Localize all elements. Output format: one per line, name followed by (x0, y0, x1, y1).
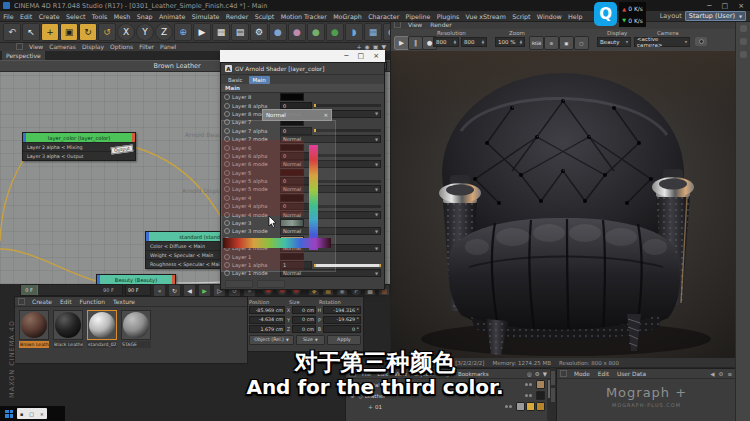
shader-button[interactable] (257, 280, 285, 288)
menu-edit[interactable]: Edit (17, 13, 36, 20)
alpha-slider[interactable] (314, 205, 381, 208)
menu-character[interactable]: Character (365, 13, 402, 20)
zoom-field[interactable]: 100 %▲▼ (495, 37, 525, 47)
menu-animate[interactable]: Animate (156, 13, 189, 20)
select-cursor-icon[interactable]: ↖ (22, 23, 40, 41)
viewport-menu-panel[interactable]: Panel (157, 43, 179, 50)
layout-select[interactable]: Startup (User) ▼ (685, 11, 746, 21)
keyframe-circle-icon[interactable] (224, 170, 230, 176)
material-menu-texture[interactable]: Texture (109, 298, 139, 305)
material-tag-icon[interactable] (536, 402, 545, 411)
keyframe-circle-icon[interactable] (224, 212, 230, 218)
menu-motion-tracker[interactable]: Motion Tracker (278, 13, 330, 20)
keyframe-circle-icon[interactable] (224, 203, 230, 209)
viewport-menu-display[interactable]: Display (79, 43, 107, 50)
keyframe-circle-icon[interactable] (224, 262, 230, 268)
menu-script[interactable]: Script (509, 13, 534, 20)
pick-color-button[interactable]: ⊕ (544, 36, 559, 50)
menu-mograph[interactable]: MoGraph (330, 13, 365, 20)
keyframe-circle-icon[interactable] (224, 119, 230, 125)
axis-z-icon[interactable]: Z (155, 23, 173, 41)
alpha-slider[interactable] (314, 264, 381, 267)
toggle-view-icon[interactable]: ▣ (373, 43, 379, 50)
move-tool-icon[interactable]: + (41, 23, 59, 41)
material-preview[interactable] (53, 310, 83, 340)
qq-logo-icon[interactable]: Q (594, 2, 617, 26)
alpha-value-field[interactable]: 0 (280, 177, 312, 185)
viewport-view-label[interactable]: Perspective (2, 51, 45, 60)
visibility-dots[interactable] (505, 405, 514, 408)
keyframe-circle-icon[interactable] (224, 136, 230, 142)
undo-icon[interactable]: ↶ (3, 23, 21, 41)
keyframe-circle-icon[interactable] (224, 111, 230, 117)
menu-create[interactable]: Create (36, 13, 63, 20)
material-preview[interactable] (87, 310, 117, 340)
axis-y-icon[interactable]: Y (136, 23, 154, 41)
mode-dropdown[interactable]: Normal▼ (280, 160, 381, 168)
camera-select[interactable]: <active camera>▼ (634, 37, 690, 47)
timeline-playhead[interactable]: 0 F (21, 285, 38, 295)
node-layer-color[interactable]: layer_color (layer_color) Layer 2 alpha … (22, 132, 136, 161)
resolution-width-field[interactable]: 800▲▼ (433, 37, 459, 47)
object-name[interactable]: 01 (375, 404, 382, 410)
keyframe-circle-icon[interactable] (224, 161, 230, 167)
viewport-menu-cameras[interactable]: Cameras (46, 43, 79, 50)
mode-dropdown[interactable]: Normal▼ (280, 185, 381, 193)
taskbar-app-button[interactable]: ▪□× (17, 408, 47, 419)
size-field-z[interactable]: 0 cm (292, 325, 316, 333)
color-swatch[interactable] (280, 169, 304, 177)
keyframe-circle-icon[interactable] (224, 254, 230, 260)
paint-material-icon[interactable]: ● (288, 23, 306, 41)
maximize-icon[interactable]: □ (722, 2, 729, 10)
size-field-y[interactable]: 0 cm (292, 316, 316, 324)
viewport-menu-filter[interactable]: Filter (136, 43, 157, 50)
material-tile-stage[interactable]: STAGE (121, 310, 151, 348)
ipr-menu-render[interactable]: Render (426, 21, 455, 28)
keyframe-circle-icon[interactable] (224, 186, 230, 192)
close-icon[interactable]: × (738, 2, 744, 10)
prev-frame-button[interactable]: ◀ (183, 284, 196, 297)
sky-icon[interactable]: ◗ (345, 23, 363, 41)
color-swatch[interactable] (280, 236, 304, 244)
alpha-value-field[interactable]: 1 (280, 261, 312, 269)
material-tag-icon[interactable] (526, 402, 535, 411)
color-swatch[interactable] (280, 93, 304, 101)
color-swatch[interactable] (280, 194, 304, 202)
material-preview[interactable] (19, 310, 49, 340)
render-team-icon[interactable]: ▤ (231, 23, 249, 41)
grip-icon[interactable] (18, 298, 25, 305)
minimize-icon[interactable]: ─ (707, 2, 711, 10)
menu-window[interactable]: Window (534, 13, 565, 20)
mode-dropdown[interactable]: Normal▼ (280, 244, 381, 252)
tooltip-close-icon[interactable]: × (317, 112, 328, 118)
resolution-height-field[interactable]: 800▲▼ (461, 37, 487, 47)
menu-pipeline[interactable]: Pipeline (402, 13, 433, 20)
ipr-menu-view[interactable]: View (404, 21, 426, 28)
keyframe-circle-icon[interactable] (224, 103, 230, 109)
keyframe-circle-icon[interactable] (224, 270, 230, 276)
object-mode-select[interactable]: Object (Rel.)▼ (249, 335, 294, 345)
keyframe-circle-icon[interactable] (224, 153, 230, 159)
new-material-icon[interactable]: ● (269, 23, 287, 41)
node-beauty[interactable]: Beauty (Beauty) Input < Mt.Output (96, 274, 176, 284)
loop-button[interactable]: ↻ (168, 284, 181, 297)
menu-file[interactable]: File (0, 13, 17, 20)
grip-icon[interactable] (394, 21, 401, 28)
alpha-value-field[interactable]: 0 (280, 203, 312, 211)
environment-icon[interactable]: ● (326, 23, 344, 41)
material-menu-function[interactable]: Function (76, 298, 110, 305)
alpha-slider[interactable] (314, 104, 381, 107)
viewport-menu-view[interactable]: View (26, 43, 46, 50)
material-tile-brown-leather[interactable]: Brown Leather (19, 310, 49, 348)
alpha-slider[interactable] (314, 154, 381, 157)
size-field-x[interactable]: 0 cm (292, 306, 316, 314)
render-settings-icon[interactable]: ⚙ (250, 23, 268, 41)
tab-basic[interactable]: Basic (224, 76, 247, 84)
timeline-ruler[interactable]: 0 F 90 F (20, 284, 123, 296)
isolate-button[interactable]: ▣ (559, 36, 574, 50)
play-button[interactable]: ▶ (198, 284, 211, 297)
menu-help[interactable]: Help (565, 13, 586, 20)
windows-start-icon[interactable] (5, 410, 13, 418)
rotation-field-h[interactable]: -194.316 ° (323, 306, 361, 314)
dialog-titlebar[interactable]: ─ □ × (220, 50, 385, 62)
